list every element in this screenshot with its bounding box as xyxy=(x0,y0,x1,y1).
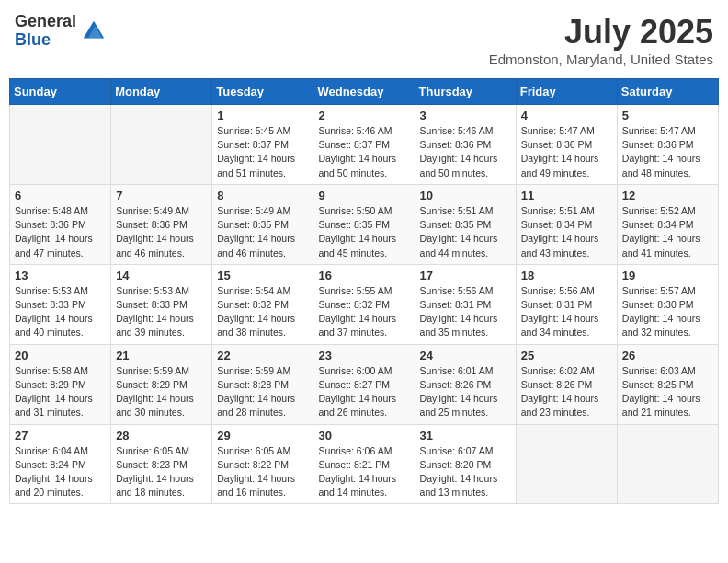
day-info: Sunrise: 5:56 AMSunset: 8:31 PMDaylight:… xyxy=(521,284,612,340)
day-number: 17 xyxy=(420,269,511,282)
day-info: Sunrise: 6:05 AMSunset: 8:22 PMDaylight:… xyxy=(217,444,308,500)
day-number: 22 xyxy=(217,349,308,362)
calendar-day-cell: 25 Sunrise: 6:02 AMSunset: 8:26 PMDaylig… xyxy=(516,344,617,424)
day-info: Sunrise: 6:01 AMSunset: 8:26 PMDaylight:… xyxy=(420,364,511,420)
day-number: 24 xyxy=(420,349,511,362)
day-number: 3 xyxy=(420,109,511,122)
weekday-header: Friday xyxy=(516,79,617,105)
calendar-day-cell: 2 Sunrise: 5:46 AMSunset: 8:37 PMDayligh… xyxy=(313,105,415,185)
calendar-day-cell: 14 Sunrise: 5:53 AMSunset: 8:33 PMDaylig… xyxy=(111,264,212,344)
weekday-header: Sunday xyxy=(10,79,111,105)
calendar-day-cell: 10 Sunrise: 5:51 AMSunset: 8:35 PMDaylig… xyxy=(415,184,516,264)
calendar-day-cell: 23 Sunrise: 6:00 AMSunset: 8:27 PMDaylig… xyxy=(313,344,415,424)
day-number: 7 xyxy=(116,189,207,202)
title-area: July 2025 Edmonston, Maryland, United St… xyxy=(489,13,713,67)
day-info: Sunrise: 6:05 AMSunset: 8:23 PMDaylight:… xyxy=(116,444,207,500)
day-info: Sunrise: 5:49 AMSunset: 8:35 PMDaylight:… xyxy=(217,204,308,260)
day-number: 27 xyxy=(15,429,106,442)
calendar-day-cell: 5 Sunrise: 5:47 AMSunset: 8:36 PMDayligh… xyxy=(617,105,718,185)
day-number: 23 xyxy=(318,349,409,362)
calendar-day-cell: 12 Sunrise: 5:52 AMSunset: 8:34 PMDaylig… xyxy=(617,184,718,264)
weekday-header: Tuesday xyxy=(212,79,313,105)
calendar-day-cell: 6 Sunrise: 5:48 AMSunset: 8:36 PMDayligh… xyxy=(10,184,111,264)
calendar-day-cell: 7 Sunrise: 5:49 AMSunset: 8:36 PMDayligh… xyxy=(111,184,212,264)
calendar-day-cell: 31 Sunrise: 6:07 AMSunset: 8:20 PMDaylig… xyxy=(415,424,516,504)
calendar-day-cell: 13 Sunrise: 5:53 AMSunset: 8:33 PMDaylig… xyxy=(10,264,111,344)
day-info: Sunrise: 5:47 AMSunset: 8:36 PMDaylight:… xyxy=(622,124,713,180)
calendar-day-cell: 30 Sunrise: 6:06 AMSunset: 8:21 PMDaylig… xyxy=(313,424,415,504)
day-info: Sunrise: 5:53 AMSunset: 8:33 PMDaylight:… xyxy=(116,284,207,340)
calendar-week-row: 20 Sunrise: 5:58 AMSunset: 8:29 PMDaylig… xyxy=(10,344,719,424)
calendar-week-row: 1 Sunrise: 5:45 AMSunset: 8:37 PMDayligh… xyxy=(10,105,719,185)
calendar-day-cell: 22 Sunrise: 5:59 AMSunset: 8:28 PMDaylig… xyxy=(212,344,313,424)
day-info: Sunrise: 5:46 AMSunset: 8:37 PMDaylight:… xyxy=(318,124,409,180)
weekday-header: Wednesday xyxy=(313,79,415,105)
day-number: 20 xyxy=(15,349,106,362)
calendar-day-cell: 3 Sunrise: 5:46 AMSunset: 8:36 PMDayligh… xyxy=(415,105,516,185)
day-number: 31 xyxy=(420,429,511,442)
day-number: 21 xyxy=(116,349,207,362)
logo-general-text: General xyxy=(15,13,76,31)
day-info: Sunrise: 5:52 AMSunset: 8:34 PMDaylight:… xyxy=(622,204,713,260)
day-info: Sunrise: 5:51 AMSunset: 8:34 PMDaylight:… xyxy=(521,204,612,260)
calendar-day-cell xyxy=(617,424,718,504)
day-info: Sunrise: 5:50 AMSunset: 8:35 PMDaylight:… xyxy=(318,204,409,260)
day-number: 8 xyxy=(217,189,308,202)
location: Edmonston, Maryland, United States xyxy=(489,52,713,67)
day-number: 28 xyxy=(116,429,207,442)
day-number: 11 xyxy=(521,189,612,202)
calendar-day-cell xyxy=(10,105,111,185)
logo-blue-text: Blue xyxy=(15,31,76,50)
calendar-day-cell: 28 Sunrise: 6:05 AMSunset: 8:23 PMDaylig… xyxy=(111,424,212,504)
day-info: Sunrise: 5:59 AMSunset: 8:29 PMDaylight:… xyxy=(116,364,207,420)
day-info: Sunrise: 5:49 AMSunset: 8:36 PMDaylight:… xyxy=(116,204,207,260)
day-info: Sunrise: 5:58 AMSunset: 8:29 PMDaylight:… xyxy=(15,364,106,420)
day-number: 1 xyxy=(217,109,308,122)
day-info: Sunrise: 5:57 AMSunset: 8:30 PMDaylight:… xyxy=(622,284,713,340)
calendar-day-cell: 4 Sunrise: 5:47 AMSunset: 8:36 PMDayligh… xyxy=(516,105,617,185)
calendar-day-cell: 21 Sunrise: 5:59 AMSunset: 8:29 PMDaylig… xyxy=(111,344,212,424)
calendar-day-cell: 19 Sunrise: 5:57 AMSunset: 8:30 PMDaylig… xyxy=(617,264,718,344)
logo: General Blue xyxy=(15,13,108,50)
day-number: 26 xyxy=(622,349,713,362)
day-number: 12 xyxy=(622,189,713,202)
day-info: Sunrise: 6:02 AMSunset: 8:26 PMDaylight:… xyxy=(521,364,612,420)
page-header: General Blue July 2025 Edmonston, Maryla… xyxy=(9,9,719,71)
calendar-table: SundayMondayTuesdayWednesdayThursdayFrid… xyxy=(9,78,719,504)
weekday-header: Saturday xyxy=(617,79,718,105)
day-number: 2 xyxy=(318,109,409,122)
day-info: Sunrise: 5:47 AMSunset: 8:36 PMDaylight:… xyxy=(521,124,612,180)
calendar-day-cell: 24 Sunrise: 6:01 AMSunset: 8:26 PMDaylig… xyxy=(415,344,516,424)
calendar-week-row: 13 Sunrise: 5:53 AMSunset: 8:33 PMDaylig… xyxy=(10,264,719,344)
weekday-header: Monday xyxy=(111,79,212,105)
day-number: 25 xyxy=(521,349,612,362)
day-info: Sunrise: 5:48 AMSunset: 8:36 PMDaylight:… xyxy=(15,204,106,260)
day-info: Sunrise: 5:56 AMSunset: 8:31 PMDaylight:… xyxy=(420,284,511,340)
day-info: Sunrise: 5:51 AMSunset: 8:35 PMDaylight:… xyxy=(420,204,511,260)
day-info: Sunrise: 5:54 AMSunset: 8:32 PMDaylight:… xyxy=(217,284,308,340)
calendar-day-cell: 27 Sunrise: 6:04 AMSunset: 8:24 PMDaylig… xyxy=(10,424,111,504)
calendar-week-row: 6 Sunrise: 5:48 AMSunset: 8:36 PMDayligh… xyxy=(10,184,719,264)
calendar-day-cell: 29 Sunrise: 6:05 AMSunset: 8:22 PMDaylig… xyxy=(212,424,313,504)
day-info: Sunrise: 5:46 AMSunset: 8:36 PMDaylight:… xyxy=(420,124,511,180)
day-info: Sunrise: 6:07 AMSunset: 8:20 PMDaylight:… xyxy=(420,444,511,500)
day-info: Sunrise: 6:03 AMSunset: 8:25 PMDaylight:… xyxy=(622,364,713,420)
calendar-day-cell: 11 Sunrise: 5:51 AMSunset: 8:34 PMDaylig… xyxy=(516,184,617,264)
calendar-day-cell: 15 Sunrise: 5:54 AMSunset: 8:32 PMDaylig… xyxy=(212,264,313,344)
calendar-day-cell: 26 Sunrise: 6:03 AMSunset: 8:25 PMDaylig… xyxy=(617,344,718,424)
calendar-week-row: 27 Sunrise: 6:04 AMSunset: 8:24 PMDaylig… xyxy=(10,424,719,504)
day-number: 15 xyxy=(217,269,308,282)
calendar-day-cell: 1 Sunrise: 5:45 AMSunset: 8:37 PMDayligh… xyxy=(212,105,313,185)
calendar-day-cell: 20 Sunrise: 5:58 AMSunset: 8:29 PMDaylig… xyxy=(10,344,111,424)
day-info: Sunrise: 5:55 AMSunset: 8:32 PMDaylight:… xyxy=(318,284,409,340)
day-number: 19 xyxy=(622,269,713,282)
day-number: 16 xyxy=(318,269,409,282)
day-number: 30 xyxy=(318,429,409,442)
day-number: 13 xyxy=(15,269,106,282)
day-number: 5 xyxy=(622,109,713,122)
calendar-day-cell: 18 Sunrise: 5:56 AMSunset: 8:31 PMDaylig… xyxy=(516,264,617,344)
day-number: 10 xyxy=(420,189,511,202)
logo-icon xyxy=(80,17,108,45)
day-info: Sunrise: 5:53 AMSunset: 8:33 PMDaylight:… xyxy=(15,284,106,340)
day-number: 4 xyxy=(521,109,612,122)
